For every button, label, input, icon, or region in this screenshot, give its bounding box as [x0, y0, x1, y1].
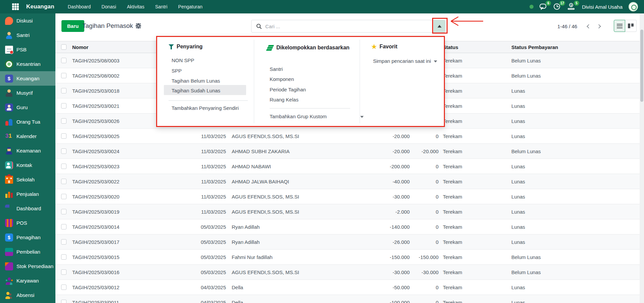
- gear-icon[interactable]: [136, 23, 141, 29]
- sidebar-item-sekolah[interactable]: Sekolah: [0, 172, 55, 187]
- table-row[interactable]: TAGIH/2025/03/002511/03/2025AGUS EFENDI,…: [55, 129, 640, 144]
- activities-badge: 17: [559, 1, 565, 6]
- messages-button[interactable]: 6: [540, 3, 548, 10]
- kalender-icon: [5, 132, 13, 140]
- groupby-ruang-kelas[interactable]: Ruang Kelas: [270, 97, 298, 102]
- groupby-komponen[interactable]: Komponen: [270, 76, 294, 82]
- sidebar-item-kontak[interactable]: Kontak: [0, 158, 55, 172]
- table-row[interactable]: TAGIH/2025/03/001405/03/2025Ryan Adillah…: [55, 219, 640, 234]
- row-checkbox[interactable]: [61, 88, 66, 93]
- sidebar-item-musyrif[interactable]: Musyrif: [0, 86, 55, 100]
- new-button[interactable]: Baru: [61, 20, 84, 32]
- sidebar-item-pembelian[interactable]: Pembelian: [0, 245, 55, 259]
- groupby-periode-tagihan[interactable]: Periode Tagihan: [270, 87, 306, 92]
- sidebar-item-karyawan[interactable]: Karyawan: [0, 273, 55, 288]
- table-row[interactable]: TAGIH/2025/03/001605/03/2025AGUS EFENDI,…: [55, 265, 640, 280]
- row-checkbox[interactable]: [61, 133, 66, 139]
- messages-badge: 6: [546, 1, 551, 6]
- app-brand[interactable]: Keuangan: [26, 3, 54, 10]
- row-checkbox[interactable]: [61, 209, 66, 214]
- sidebar-item-pos[interactable]: POS: [0, 216, 55, 230]
- nav-item-pengaturan[interactable]: Pengaturan: [174, 2, 206, 11]
- pos-icon: [5, 219, 13, 227]
- sidebar-item-absensi[interactable]: Absensi: [0, 288, 55, 302]
- filter-non-spp[interactable]: NON SPP: [172, 57, 194, 63]
- navbar-menu: Dashboard Donasi Aktivitas Santri Pengat…: [64, 2, 206, 11]
- nav-item-dashboard[interactable]: Dashboard: [64, 2, 95, 11]
- row-checkbox[interactable]: [61, 300, 66, 303]
- table-row[interactable]: TAGIH/2025/03/001104/03/2025Della-100.00…: [55, 295, 640, 303]
- table-row[interactable]: TAGIH/2025/03/001705/03/2025Ryan Adillah…: [55, 234, 640, 250]
- row-checkbox[interactable]: [61, 224, 66, 229]
- filter-tagihan-sudah-lunas[interactable]: Tagihan Sudah Lunas: [172, 88, 220, 93]
- row-checkbox[interactable]: [61, 148, 66, 154]
- user-avatar[interactable]: [629, 2, 638, 11]
- section-divider: [270, 108, 350, 109]
- scrollbar-thumb[interactable]: [640, 30, 643, 102]
- sidebar-item-kesantrian[interactable]: Kesantrian: [0, 57, 55, 71]
- sidebar-item-diskusi[interactable]: Diskusi: [0, 13, 55, 28]
- save-current-search[interactable]: Simpan pencarian saat ini: [373, 58, 437, 64]
- row-checkbox[interactable]: [61, 103, 66, 109]
- section-divider: [169, 100, 248, 101]
- sidebar-item-guru[interactable]: Guru: [0, 100, 55, 115]
- panel-divider: [254, 40, 254, 123]
- sidebar-item-penjualan[interactable]: Penjualan: [0, 187, 55, 201]
- row-checkbox[interactable]: [61, 194, 66, 199]
- pager-previous-button[interactable]: [584, 21, 593, 32]
- user-company-name[interactable]: Divisi Amal Usaha: [582, 4, 623, 10]
- santri-icon: [5, 31, 13, 39]
- nav-item-donasi[interactable]: Donasi: [97, 2, 120, 11]
- search-options-toggle[interactable]: [433, 20, 445, 32]
- apps-grid-icon[interactable]: [12, 3, 19, 10]
- select-all-checkbox[interactable]: [61, 44, 66, 50]
- filter-tagihan-belum-lunas[interactable]: Tagihan Belum Lunas: [172, 78, 220, 84]
- table-row[interactable]: TAGIH/2025/03/002311/03/2025AHMAD NABAWI…: [55, 159, 640, 174]
- filter-spp[interactable]: SPP: [172, 68, 182, 74]
- row-checkbox[interactable]: [61, 254, 66, 260]
- nav-item-aktivitas[interactable]: Aktivitas: [123, 2, 148, 11]
- row-checkbox[interactable]: [61, 285, 66, 290]
- row-checkbox[interactable]: [61, 179, 66, 184]
- row-checkbox[interactable]: [61, 164, 66, 169]
- sidebar-item-santri[interactable]: Santri: [0, 28, 55, 42]
- payments-button[interactable]: $ 5: [568, 3, 576, 10]
- vertical-scrollbar[interactable]: [640, 13, 644, 303]
- musyrif-icon: [5, 89, 13, 97]
- sidebar-item-psb[interactable]: PSB: [0, 42, 55, 57]
- guru-icon: [5, 103, 13, 112]
- header-nomor[interactable]: Nomor: [72, 44, 153, 50]
- row-checkbox[interactable]: [61, 239, 66, 245]
- search-input[interactable]: [265, 24, 433, 29]
- keuangan-icon: [5, 75, 13, 83]
- sidebar-item-penagihan[interactable]: Penagihan: [0, 230, 55, 245]
- table-row[interactable]: TAGIH/2025/03/002211/03/2025AHMAD JALWA …: [55, 174, 640, 189]
- filter-icon: [169, 44, 174, 49]
- row-checkbox[interactable]: [61, 269, 66, 275]
- table-row[interactable]: TAGIH/2025/03/001204/03/2025Della-50.000…: [55, 280, 640, 295]
- row-checkbox[interactable]: [61, 118, 66, 124]
- list-view-button[interactable]: [614, 20, 625, 32]
- sidebar-item-keuangan[interactable]: Keuangan: [0, 71, 55, 86]
- sidebar-item-orang-tua[interactable]: Orang Tua: [0, 115, 55, 129]
- sidebar-item-kalender[interactable]: Kalender: [0, 129, 55, 143]
- table-row[interactable]: TAGIH/2025/03/002411/03/2025AHMAD SUBHI …: [55, 144, 640, 159]
- row-checkbox[interactable]: [61, 58, 66, 63]
- kanban-view-button[interactable]: [625, 20, 637, 32]
- sidebar-item-dashboard[interactable]: Dashboard: [0, 201, 55, 216]
- table-row[interactable]: TAGIH/2025/03/002011/03/2025AGUS EFENDI,…: [55, 189, 640, 204]
- add-custom-filter[interactable]: Tambahkan Penyaring Sendiri: [172, 105, 239, 111]
- sidebar-item-stok-persediaan[interactable]: Stok Persediaan: [0, 259, 55, 273]
- groupby-santri[interactable]: Santri: [270, 66, 283, 72]
- header-status[interactable]: Status: [439, 44, 507, 50]
- pager-next-button[interactable]: [594, 21, 603, 32]
- caret-up-icon: [438, 23, 442, 28]
- activities-button[interactable]: 17: [554, 3, 562, 10]
- table-row[interactable]: TAGIH/2025/03/001505/03/2025Fahmi Nur fa…: [55, 250, 640, 265]
- add-custom-group[interactable]: Tambahkan Grup Kustom: [270, 114, 364, 120]
- nav-item-santri[interactable]: Santri: [151, 2, 172, 11]
- header-status-pembayaran[interactable]: Status Pembayaran: [507, 44, 640, 50]
- table-row[interactable]: TAGIH/2025/03/001911/03/2025AGUS EFENDI,…: [55, 204, 640, 219]
- row-checkbox[interactable]: [61, 73, 66, 78]
- sidebar-item-keamanan[interactable]: Keamanan: [0, 143, 55, 158]
